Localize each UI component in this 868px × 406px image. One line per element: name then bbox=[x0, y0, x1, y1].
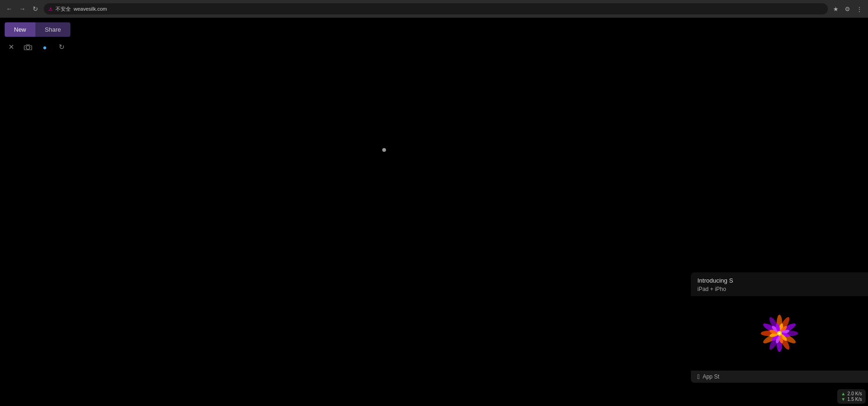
main-canvas[interactable]: New Share ✕ ● ↻ Introducing S iPad + iPh… bbox=[0, 18, 868, 406]
upload-speed: 2.0 K/s bbox=[847, 391, 862, 396]
cross-icon[interactable]: ✕ bbox=[5, 41, 18, 54]
address-bar[interactable]: ⚠ 不安全 weavesilk.com bbox=[44, 3, 828, 14]
mandala-svg bbox=[751, 305, 807, 361]
download-speed-row: ▼ 1.5 K/s bbox=[841, 397, 862, 402]
reload-button[interactable]: ↻ bbox=[30, 3, 41, 14]
camera-icon[interactable] bbox=[21, 41, 34, 54]
security-icon: ⚠ bbox=[48, 7, 53, 12]
popup-image bbox=[691, 296, 868, 371]
upload-speed-row: ▲ 2.0 K/s bbox=[841, 391, 862, 396]
url-text: weavesilk.com bbox=[74, 6, 107, 12]
apple-icon:  bbox=[697, 373, 700, 380]
back-button[interactable]: ← bbox=[4, 3, 15, 14]
popup-subtitle: iPad + iPho bbox=[691, 286, 868, 296]
circle-tool-icon[interactable]: ● bbox=[38, 41, 51, 54]
popup-footer-label: App St bbox=[703, 373, 719, 380]
tool-icons: ✕ ● ↻ bbox=[5, 39, 70, 55]
nav-controls: ← → ↻ bbox=[4, 3, 41, 14]
security-label: 不安全 bbox=[55, 6, 71, 13]
reset-icon[interactable]: ↻ bbox=[55, 41, 68, 54]
toolbar: New Share ✕ ● ↻ bbox=[5, 22, 70, 55]
btn-group: New Share bbox=[5, 22, 70, 37]
download-speed: 1.5 K/s bbox=[847, 397, 862, 402]
forward-button[interactable]: → bbox=[17, 3, 28, 14]
cursor-dot bbox=[382, 148, 386, 152]
menu-button[interactable]: ⋮ bbox=[854, 4, 864, 14]
popup-panel[interactable]: Introducing S iPad + iPho bbox=[691, 272, 868, 383]
popup-title: Introducing S bbox=[691, 272, 868, 286]
share-button[interactable]: Share bbox=[35, 22, 70, 37]
browser-actions: ★ ⚙ ⋮ bbox=[831, 4, 864, 14]
bookmark-button[interactable]: ★ bbox=[831, 4, 841, 14]
network-speed: ▲ 2.0 K/s ▼ 1.5 K/s bbox=[837, 389, 866, 404]
popup-footer[interactable]:  App St bbox=[691, 371, 868, 383]
svg-point-0 bbox=[26, 46, 30, 49]
svg-point-26 bbox=[778, 332, 780, 334]
new-button[interactable]: New bbox=[5, 22, 35, 37]
download-arrow-icon: ▼ bbox=[841, 397, 846, 402]
browser-chrome: ← → ↻ ⚠ 不安全 weavesilk.com ★ ⚙ ⋮ bbox=[0, 0, 868, 18]
upload-arrow-icon: ▲ bbox=[841, 391, 846, 396]
extensions-button[interactable]: ⚙ bbox=[842, 4, 853, 14]
